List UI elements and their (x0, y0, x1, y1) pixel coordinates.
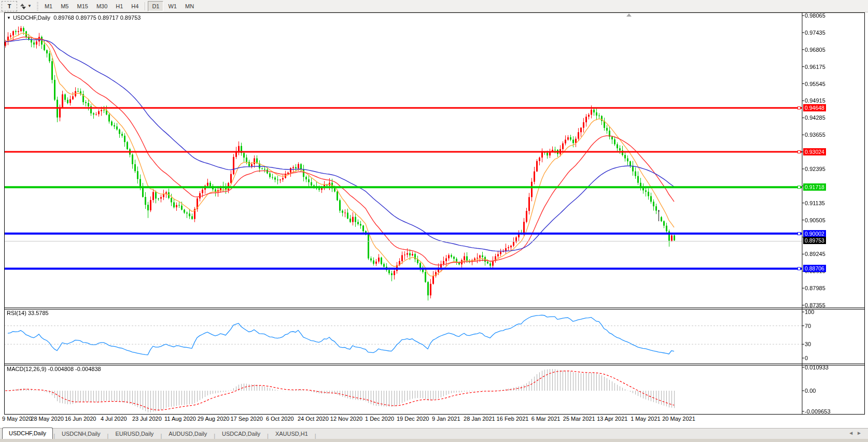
chevron-down-icon[interactable]: ▼ (27, 4, 32, 8)
tab-xauusd-h1[interactable]: XAUUSD,H1 (269, 429, 314, 439)
macd-tick-label: -0.009653 (805, 408, 831, 415)
current-price-badge: 0.89753 (803, 237, 826, 244)
price-tick-label: 0.94915 (805, 97, 825, 104)
date-label: 1 Dec 2020 (365, 416, 394, 422)
toolbar: T ▼ M1M5M15M30H1H4D1W1MN (0, 0, 868, 12)
date-label: 16 Feb 2021 (497, 416, 529, 422)
date-label: 11 Aug 2020 (164, 416, 196, 422)
timeframe-button-m1[interactable]: M1 (41, 2, 56, 11)
rsi-tick-label: 0 (805, 355, 808, 361)
price-tick-label: 0.95545 (805, 81, 825, 87)
date-label: 29 Aug 2020 (198, 416, 230, 422)
date-label: 13 Apr 2021 (597, 416, 627, 422)
symbol-dropdown-icon[interactable]: ▼ (7, 16, 11, 20)
price-tick-label: 0.97435 (805, 30, 825, 36)
timeframe-button-m30[interactable]: M30 (93, 2, 111, 11)
chart-tabbar: USDCHF,Daily|USDCNH,Daily|EURUSD,Daily|A… (0, 428, 868, 439)
tab-scroll-left-icon[interactable]: ◄ (848, 430, 857, 436)
price-tick-label: 0.98065 (805, 12, 825, 19)
rsi-tick-label: 30 (805, 341, 811, 347)
tab-usdcnh-daily[interactable]: USDCNH,Daily (55, 429, 107, 439)
tab-audusd-daily[interactable]: AUDUSD,Daily (162, 429, 213, 439)
date-label: 6 Oct 2020 (266, 416, 294, 422)
price-tick-label: 0.89245 (805, 251, 825, 257)
tab-eurusd-daily[interactable]: EURUSD,Daily (109, 429, 160, 439)
timeframe-button-w1[interactable]: W1 (164, 2, 180, 11)
chart-ohlc: 0.89768 0.89775 0.89717 0.89753 (53, 15, 141, 21)
timeframe-button-m5[interactable]: M5 (57, 2, 72, 11)
hline-price-badge: 0.94648 (803, 104, 826, 111)
price-tick-label: 0.90505 (805, 217, 825, 223)
date-label: 28 May 2020 (31, 416, 64, 422)
hline-price-badge: 0.91718 (803, 183, 826, 191)
date-label: 24 Oct 2020 (298, 416, 329, 422)
date-label: 19 Dec 2020 (397, 416, 429, 422)
text-tool-button[interactable]: T (2, 1, 17, 11)
date-label: 28 Jan 2021 (464, 416, 495, 422)
rsi-tick-label: 100 (805, 309, 814, 315)
hline-price-badge: 0.90002 (803, 230, 826, 237)
rsi-label: RSI(14) 33.5785 (7, 310, 49, 316)
date-label: 1 May 2021 (631, 416, 660, 422)
hline-price-badge: 0.93024 (803, 148, 826, 155)
timeframe-button-m15[interactable]: M15 (73, 2, 91, 11)
timeframe-button-mn[interactable]: MN (181, 2, 198, 11)
price-tick-label: 0.94285 (805, 115, 825, 121)
date-label: 12 Nov 2020 (330, 416, 362, 422)
price-tick-label: 0.96805 (805, 47, 825, 53)
date-label: 25 Mar 2021 (563, 416, 595, 422)
chart-canvas[interactable] (4, 12, 865, 415)
price-tick-label: 0.91135 (805, 200, 825, 206)
price-tick-label: 0.92395 (805, 166, 825, 172)
macd-tick-label: 0.00 (805, 388, 816, 394)
date-label: 4 Jul 2020 (101, 416, 127, 422)
date-label: 17 Sep 2020 (230, 416, 262, 422)
tab-scroll-right-icon[interactable]: ► (857, 430, 865, 436)
rsi-tick-label: 70 (805, 323, 811, 329)
sort-arrows-button[interactable]: ▼ (18, 2, 33, 11)
price-tick-label: 0.87985 (805, 285, 825, 291)
macd-label: MACD(12,26,9) -0.004808 -0.004838 (7, 366, 101, 372)
hline-price-badge: 0.88706 (803, 265, 826, 272)
timeframe-button-h1[interactable]: H1 (112, 2, 127, 11)
tab-usdchf-daily[interactable]: USDCHF,Daily (2, 427, 53, 439)
timeframe-group: M1M5M15M30H1H4D1W1MN (40, 1, 198, 11)
toolbar-drag-handle[interactable] (37, 2, 38, 10)
date-label: 16 Jun 2020 (65, 416, 96, 422)
timeframe-button-d1[interactable]: D1 (148, 1, 163, 11)
price-tick-label: 0.96175 (805, 64, 825, 70)
macd-tick-label: 0.010933 (805, 364, 829, 370)
chart-title: ▼USDCHF,Daily 0.89768 0.89775 0.89717 0.… (7, 15, 141, 21)
status-strip (0, 439, 868, 442)
tab-separator: | (314, 433, 317, 439)
timeframe-button-h4[interactable]: H4 (128, 2, 142, 11)
chart-shift-marker (626, 13, 632, 17)
price-tick-label: 0.87355 (805, 302, 825, 308)
sort-arrows-icon (20, 3, 26, 9)
date-label: 9 Jan 2021 (432, 416, 460, 422)
chart-symbol: USDCHF,Daily (13, 15, 50, 21)
tab-scroll-arrows[interactable]: ◄► (848, 430, 865, 436)
date-label: 6 Mar 2021 (531, 416, 561, 422)
toolbar-separator (145, 2, 145, 10)
date-label: 9 May 2020 (2, 416, 32, 422)
tab-usdcad-daily[interactable]: USDCAD,Daily (216, 429, 267, 439)
date-label: 23 Jul 2020 (132, 416, 162, 422)
date-label: 20 May 2021 (662, 416, 695, 422)
price-tick-label: 0.93655 (805, 132, 825, 138)
